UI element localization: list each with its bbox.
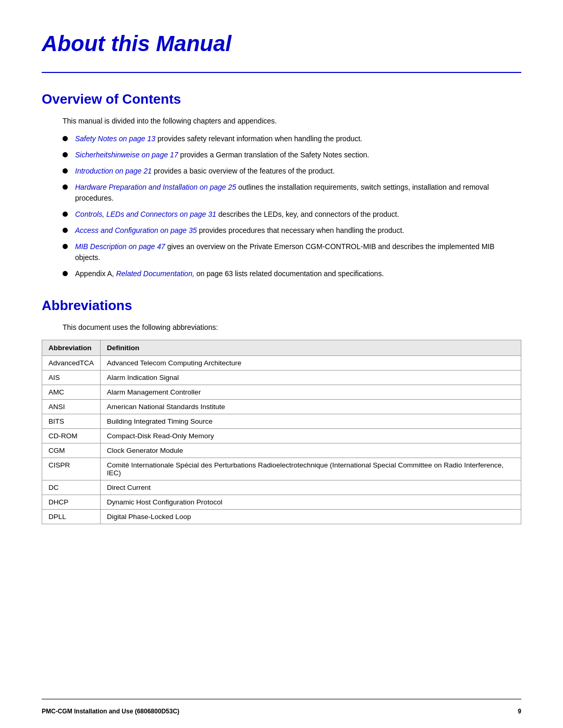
- list-item: Introduction on page 21 provides a basic…: [63, 166, 521, 177]
- bullet-text: describes the LEDs, key, and connectors …: [218, 210, 399, 218]
- page-container: About this Manual Overview of Contents T…: [0, 0, 563, 728]
- table-cell-abbrev: CD-ROM: [42, 429, 101, 443]
- bullet-text-prefix: Appendix A,: [75, 269, 116, 278]
- table-row: DPLLDigital Phase-Locked Loop: [42, 510, 521, 524]
- table-row: DCDirect Current: [42, 480, 521, 495]
- bullet-dot: [63, 271, 68, 276]
- table-col-definition: Definition: [101, 340, 521, 356]
- bullet-dot: [63, 136, 68, 141]
- table-row: CD-ROMCompact-Disk Read-Only Memory: [42, 429, 521, 443]
- bullet-content: MIB Description on page 47 gives an over…: [75, 241, 521, 263]
- bullet-link[interactable]: Hardware Preparation and Installation on…: [75, 183, 236, 191]
- bullet-list: Safety Notes on page 13 provides safety …: [63, 133, 521, 279]
- table-cell-abbrev: BITS: [42, 414, 101, 429]
- table-cell-abbrev: DPLL: [42, 510, 101, 524]
- table-cell-definition: Dynamic Host Configuration Protocol: [101, 495, 521, 510]
- table-col-abbrev: Abbreviation: [42, 340, 101, 356]
- table-header-row: Abbreviation Definition: [42, 340, 521, 356]
- table-row: CISPRComité Internationale Spécial des P…: [42, 458, 521, 480]
- table-cell-definition: Clock Generator Module: [101, 443, 521, 458]
- table-row: DHCPDynamic Host Configuration Protocol: [42, 495, 521, 510]
- bullet-text: provides procedures that necessary when …: [199, 226, 404, 235]
- table-cell-abbrev: AMC: [42, 385, 101, 400]
- bullet-text: provides a German translation of the Saf…: [180, 151, 370, 159]
- bullet-content: Safety Notes on page 13 provides safety …: [75, 133, 521, 144]
- bullet-link[interactable]: Introduction on page 21: [75, 167, 152, 175]
- table-row: ANSIAmerican National Standards Institut…: [42, 400, 521, 414]
- table-cell-definition: Alarm Indication Signal: [101, 371, 521, 385]
- bullet-text: provides safety relevant information whe…: [157, 134, 362, 143]
- table-cell-abbrev: CISPR: [42, 458, 101, 480]
- list-item: Hardware Preparation and Installation on…: [63, 182, 521, 204]
- top-divider: [42, 72, 521, 73]
- table-cell-abbrev: AIS: [42, 371, 101, 385]
- abbreviations-heading: Abbreviations: [42, 298, 521, 314]
- abbreviations-intro: This document uses the following abbrevi…: [63, 323, 521, 331]
- table-row: AdvancedTCAAdvanced Telecom Computing Ar…: [42, 356, 521, 371]
- bullet-link[interactable]: Access and Configuration on page 35: [75, 226, 197, 235]
- footer: PMC-CGM Installation and Use (6806800D53…: [42, 708, 521, 715]
- list-item: Sicherheitshinweise on page 17 provides …: [63, 150, 521, 161]
- table-cell-definition: Building Integrated Timing Source: [101, 414, 521, 429]
- title-section: About this Manual: [42, 31, 521, 56]
- table-cell-definition: Alarm Management Controller: [101, 385, 521, 400]
- bullet-link[interactable]: Safety Notes on page 13: [75, 134, 155, 143]
- bullet-content: Appendix A, Related Documentation, on pa…: [75, 268, 521, 279]
- bullet-link[interactable]: Sicherheitshinweise on page 17: [75, 151, 178, 159]
- overview-intro: This manual is divided into the followin…: [63, 117, 521, 125]
- bullet-text: provides a basic overview of the feature…: [154, 167, 335, 175]
- table-row: BITSBuilding Integrated Timing Source: [42, 414, 521, 429]
- table-cell-abbrev: DC: [42, 480, 101, 495]
- table-cell-definition: Compact-Disk Read-Only Memory: [101, 429, 521, 443]
- table-cell-definition: Advanced Telecom Computing Architecture: [101, 356, 521, 371]
- bullet-content: Introduction on page 21 provides a basic…: [75, 166, 521, 177]
- bullet-dot: [63, 184, 68, 190]
- table-cell-definition: Digital Phase-Locked Loop: [101, 510, 521, 524]
- list-item: MIB Description on page 47 gives an over…: [63, 241, 521, 263]
- bullet-content: Controls, LEDs and Connectors on page 31…: [75, 209, 521, 220]
- abbreviations-table: Abbreviation Definition AdvancedTCAAdvan…: [42, 340, 521, 524]
- table-cell-definition: American National Standards Institute: [101, 400, 521, 414]
- abbreviations-section: Abbreviations This document uses the fol…: [42, 298, 521, 524]
- list-item: Access and Configuration on page 35 prov…: [63, 225, 521, 236]
- table-row: CGMClock Generator Module: [42, 443, 521, 458]
- overview-section: Overview of Contents This manual is divi…: [42, 91, 521, 279]
- bullet-link[interactable]: MIB Description on page 47: [75, 242, 165, 251]
- overview-heading: Overview of Contents: [42, 91, 521, 107]
- table-cell-abbrev: ANSI: [42, 400, 101, 414]
- bullet-dot: [63, 212, 68, 217]
- page-title: About this Manual: [42, 31, 521, 56]
- table-cell-abbrev: CGM: [42, 443, 101, 458]
- bullet-dot: [63, 244, 68, 249]
- list-item: Appendix A, Related Documentation, on pa…: [63, 268, 521, 279]
- bullet-dot: [63, 168, 68, 174]
- table-row: AISAlarm Indication Signal: [42, 371, 521, 385]
- table-row: AMCAlarm Management Controller: [42, 385, 521, 400]
- bottom-divider: [42, 699, 521, 699]
- table-cell-definition: Direct Current: [101, 480, 521, 495]
- table-cell-abbrev: DHCP: [42, 495, 101, 510]
- footer-left: PMC-CGM Installation and Use (6806800D53…: [42, 708, 179, 715]
- bullet-content: Access and Configuration on page 35 prov…: [75, 225, 521, 236]
- list-item: Controls, LEDs and Connectors on page 31…: [63, 209, 521, 220]
- list-item: Safety Notes on page 13 provides safety …: [63, 133, 521, 144]
- table-cell-abbrev: AdvancedTCA: [42, 356, 101, 371]
- bullet-content: Hardware Preparation and Installation on…: [75, 182, 521, 204]
- bullet-dot: [63, 228, 68, 233]
- bullet-link[interactable]: Controls, LEDs and Connectors on page 31: [75, 210, 216, 218]
- bullet-dot: [63, 152, 68, 157]
- bullet-content: Sicherheitshinweise on page 17 provides …: [75, 150, 521, 161]
- footer-right: 9: [518, 708, 521, 715]
- table-cell-definition: Comité Internationale Spécial des Pertur…: [101, 458, 521, 480]
- bullet-text: on page 63 lists related documentation a…: [197, 269, 384, 278]
- bullet-link[interactable]: Related Documentation,: [116, 269, 194, 278]
